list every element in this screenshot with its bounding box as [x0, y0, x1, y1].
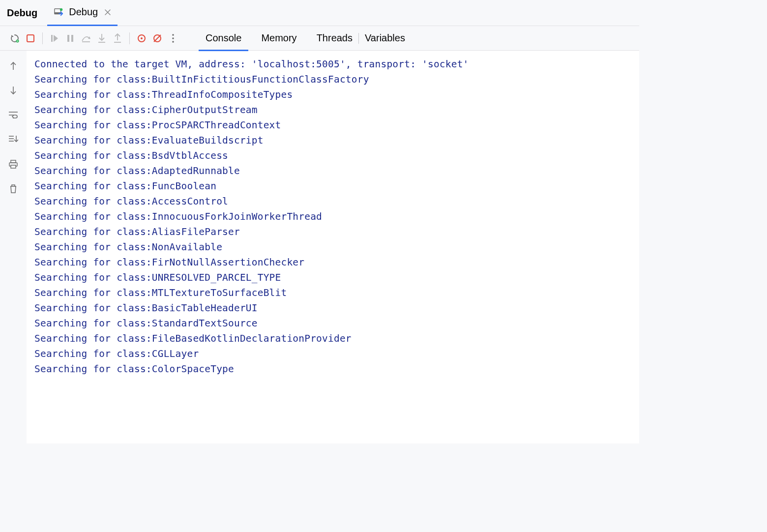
console-line: Searching for class:FuncBoolean	[34, 178, 631, 194]
debugger-main-area: Connected to the target VM, address: 'lo…	[0, 51, 639, 443]
run-configuration-tab[interactable]: Debug	[47, 0, 118, 26]
run-config-debug-icon	[54, 8, 64, 17]
run-configuration-label: Debug	[69, 6, 98, 18]
console-line: Searching for class:CGLLayer	[34, 346, 631, 361]
console-line: Searching for class:BsdVtblAccess	[34, 148, 631, 163]
debugger-content-tabs: Console Memory Threads Variables	[196, 26, 415, 51]
console-line: Searching for class:EvaluateBuildscript	[34, 133, 631, 148]
tab-threads[interactable]: Threads	[307, 26, 358, 51]
tab-variables[interactable]: Variables	[359, 26, 415, 51]
console-line: Searching for class:UNRESOLVED_PARCEL_TY…	[34, 270, 631, 285]
close-tab-icon[interactable]	[105, 9, 111, 15]
svg-rect-6	[67, 35, 69, 42]
debugger-toolbar: Console Memory Threads Variables	[0, 26, 639, 51]
soft-wrap-icon[interactable]	[6, 108, 21, 122]
debug-tool-window-tabs: Debug Debug	[0, 0, 639, 26]
step-over-button[interactable]	[78, 30, 94, 46]
svg-rect-29	[11, 165, 16, 168]
scroll-to-end-icon[interactable]	[6, 132, 21, 147]
console-line: Searching for class:BuiltInFictitiousFun…	[34, 72, 631, 87]
scroll-up-icon[interactable]	[6, 59, 21, 73]
svg-point-18	[172, 37, 174, 39]
console-line: Searching for class:ThreadInfoCompositeT…	[34, 87, 631, 102]
console-line: Searching for class:FileBasedKotlinDecla…	[34, 331, 631, 346]
console-line: Searching for class:ColorSpaceType	[34, 361, 631, 377]
mute-breakpoints-button[interactable]	[149, 30, 165, 46]
tab-memory[interactable]: Memory	[251, 26, 306, 51]
stop-button[interactable]	[23, 30, 38, 46]
console-line: Searching for class:NonAvailable	[34, 239, 631, 255]
toolbar-separator	[129, 32, 130, 44]
pause-button[interactable]	[62, 30, 78, 46]
svg-rect-4	[27, 35, 34, 42]
console-line: Searching for class:CipherOutputStream	[34, 102, 631, 118]
svg-rect-7	[71, 35, 73, 42]
console-line: Searching for class:InnocuousForkJoinWor…	[34, 209, 631, 224]
console-line: Searching for class:FirNotNullAssertionC…	[34, 255, 631, 270]
tab-threads-label: Threads	[317, 32, 353, 44]
rerun-button[interactable]	[7, 30, 23, 46]
console-line: Searching for class:MTLTextureToSurfaceB…	[34, 285, 631, 300]
svg-point-17	[172, 34, 174, 36]
more-actions-button[interactable]	[165, 30, 181, 46]
tab-variables-label: Variables	[365, 32, 405, 44]
scroll-down-icon[interactable]	[6, 83, 21, 98]
svg-point-14	[141, 37, 143, 39]
console-line: Searching for class:AdaptedRunnable	[34, 163, 631, 178]
console-output[interactable]: Connected to the target VM, address: 'lo…	[27, 51, 639, 443]
clear-all-icon[interactable]	[6, 181, 21, 196]
step-out-button[interactable]	[110, 30, 125, 46]
view-breakpoints-button[interactable]	[134, 30, 149, 46]
console-line: Searching for class:StandardTextSource	[34, 316, 631, 331]
toolbar-separator	[42, 32, 43, 44]
tool-window-title: Debug	[7, 7, 42, 19]
svg-point-2	[60, 8, 62, 10]
step-into-button[interactable]	[94, 30, 110, 46]
console-line: Connected to the target VM, address: 'lo…	[34, 57, 631, 72]
svg-point-19	[172, 41, 174, 43]
console-line: Searching for class:BasicTableHeaderUI	[34, 300, 631, 316]
print-icon[interactable]	[6, 157, 21, 172]
console-line: Searching for class:ProcSPARCThreadConte…	[34, 118, 631, 133]
console-gutter-toolbar	[0, 51, 27, 443]
console-line: Searching for class:AliasFileParser	[34, 224, 631, 239]
tab-console[interactable]: Console	[196, 26, 251, 51]
svg-rect-5	[51, 35, 53, 42]
console-line: Searching for class:AccessControl	[34, 194, 631, 209]
resume-button[interactable]	[47, 30, 62, 46]
